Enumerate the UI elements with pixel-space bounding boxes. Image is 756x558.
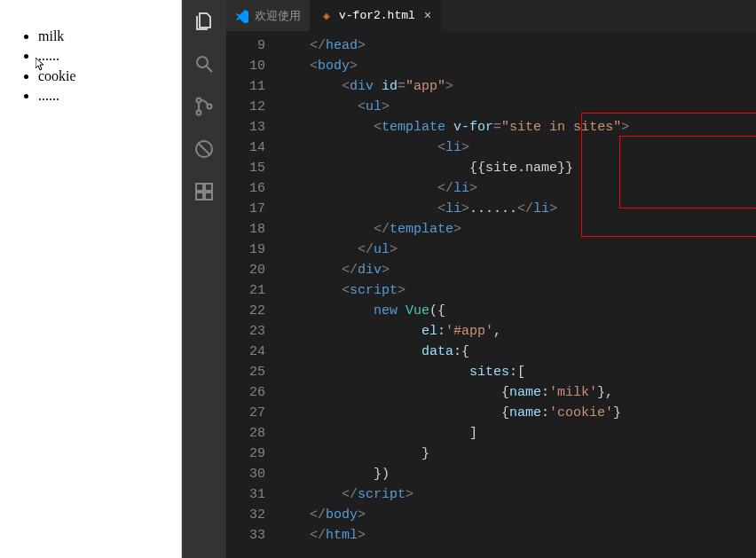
code-line[interactable]: </li> <box>278 178 756 199</box>
activity-bar <box>182 0 226 558</box>
code-line[interactable]: } <box>278 444 756 464</box>
line-number: 23 <box>226 321 265 342</box>
line-number: 18 <box>226 219 265 240</box>
code-line[interactable]: <li>......</li> <box>278 199 756 219</box>
line-number: 10 <box>226 56 265 76</box>
svg-point-0 <box>197 57 208 67</box>
search-icon[interactable] <box>192 51 217 76</box>
line-number: 14 <box>226 138 265 158</box>
line-number: 31 <box>226 484 265 505</box>
list-item: cookie <box>38 67 181 86</box>
code-line[interactable]: </head> <box>278 35 756 56</box>
code-content[interactable]: </head> <body> <div id="app"> <ul> <temp… <box>278 31 756 558</box>
svg-rect-9 <box>196 193 203 200</box>
code-editor[interactable]: 9101112131415161718192021222324252627282… <box>226 31 756 558</box>
code-line[interactable]: <script> <box>278 280 756 301</box>
code-line[interactable]: </html> <box>278 525 756 546</box>
svg-point-4 <box>208 105 212 109</box>
editor-area: 欢迎使用 ◈ v-for2.html × 9101112131415161718… <box>226 0 756 558</box>
line-number: 24 <box>226 342 265 362</box>
line-number: 27 <box>226 403 265 423</box>
code-line[interactable]: data:{ <box>278 342 756 362</box>
svg-point-2 <box>197 98 201 103</box>
code-line[interactable]: <ul> <box>278 97 756 117</box>
tab-label: 欢迎使用 <box>255 8 301 24</box>
code-line[interactable]: <li> <box>278 138 756 158</box>
tab-vfor2[interactable]: ◈ v-for2.html × <box>311 0 441 31</box>
debug-icon[interactable] <box>192 137 217 161</box>
line-number: 17 <box>226 199 265 219</box>
svg-rect-10 <box>205 193 212 200</box>
line-number: 21 <box>226 280 265 301</box>
vscode-icon <box>235 9 249 23</box>
code-line[interactable]: <div id="app"> <box>278 76 756 97</box>
tab-label: v-for2.html <box>339 9 415 22</box>
code-line[interactable]: </div> <box>278 260 756 280</box>
list-item: ...... <box>38 86 181 106</box>
svg-line-6 <box>198 143 210 155</box>
list-item: milk <box>38 27 181 46</box>
extensions-icon[interactable] <box>192 179 217 204</box>
code-line[interactable]: </template> <box>278 219 756 240</box>
line-number: 20 <box>226 260 265 280</box>
list-item: ...... <box>38 46 181 66</box>
output-list: milk ...... cookie ...... <box>22 27 181 106</box>
line-number: 32 <box>226 505 265 525</box>
code-line[interactable]: <body> <box>278 56 756 76</box>
code-line[interactable]: {name:'cookie'} <box>278 403 756 423</box>
line-number: 30 <box>226 464 265 484</box>
line-number: 9 <box>226 35 265 56</box>
line-number: 26 <box>226 382 265 403</box>
git-icon[interactable] <box>192 94 217 119</box>
svg-rect-8 <box>205 184 212 191</box>
line-number: 15 <box>226 158 265 178</box>
line-number: 25 <box>226 362 265 382</box>
line-number: 29 <box>226 444 265 464</box>
code-line[interactable]: </script> <box>278 484 756 505</box>
tab-welcome[interactable]: 欢迎使用 <box>226 0 311 31</box>
code-line[interactable]: sites:[ <box>278 362 756 382</box>
line-number: 19 <box>226 240 265 260</box>
code-line[interactable]: </body> <box>278 505 756 525</box>
code-line[interactable]: ] <box>278 423 756 444</box>
files-icon[interactable] <box>192 9 217 34</box>
line-number: 11 <box>226 76 265 97</box>
browser-output-panel: milk ...... cookie ...... <box>0 0 182 558</box>
code-line[interactable]: }) <box>278 464 756 484</box>
svg-point-3 <box>197 111 201 115</box>
svg-rect-7 <box>196 184 203 191</box>
html-icon: ◈ <box>319 9 334 23</box>
line-number: 16 <box>226 178 265 199</box>
line-number-gutter: 9101112131415161718192021222324252627282… <box>226 31 278 558</box>
line-number: 33 <box>226 525 265 546</box>
code-line[interactable]: <template v-for="site in sites"> <box>278 117 756 138</box>
code-line[interactable]: </ul> <box>278 240 756 260</box>
line-number: 22 <box>226 301 265 321</box>
code-line[interactable]: new Vue({ <box>278 301 756 321</box>
code-line[interactable]: {{site.name}} <box>278 158 756 178</box>
code-line[interactable]: el:'#app', <box>278 321 756 342</box>
svg-line-1 <box>207 67 212 72</box>
line-number: 28 <box>226 423 265 444</box>
line-number: 12 <box>226 97 265 117</box>
close-icon[interactable]: × <box>424 9 431 23</box>
line-number: 13 <box>226 117 265 138</box>
tab-bar: 欢迎使用 ◈ v-for2.html × <box>226 0 756 31</box>
code-line[interactable]: {name:'milk'}, <box>278 382 756 403</box>
